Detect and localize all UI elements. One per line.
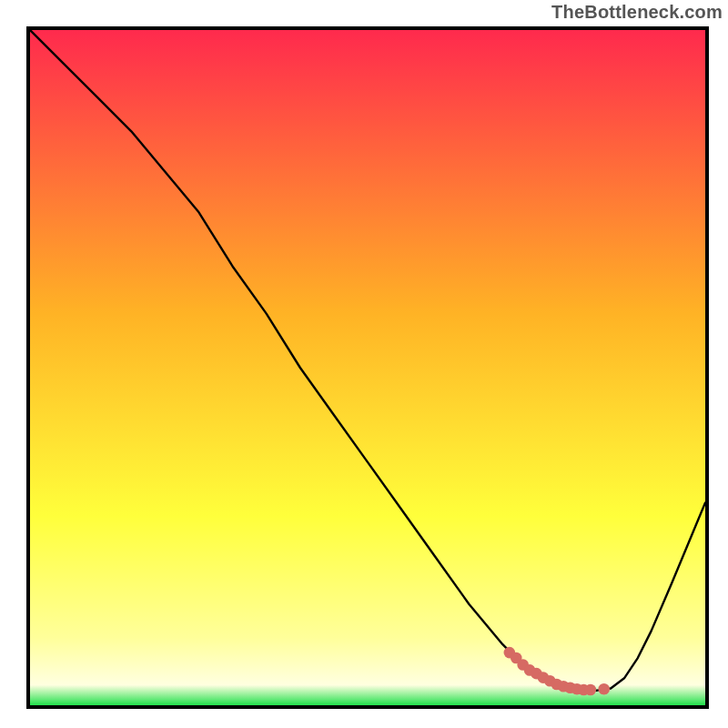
watermark-text: TheBottleneck.com bbox=[551, 2, 723, 23]
bottleneck-curve-line bbox=[30, 30, 705, 691]
chart-frame: TheBottleneck.com bbox=[0, 0, 728, 728]
highlight-marker bbox=[598, 683, 610, 695]
highlight-markers bbox=[504, 647, 610, 695]
plot-area bbox=[26, 26, 709, 709]
highlight-marker bbox=[585, 684, 597, 696]
curve-layer bbox=[30, 30, 705, 705]
